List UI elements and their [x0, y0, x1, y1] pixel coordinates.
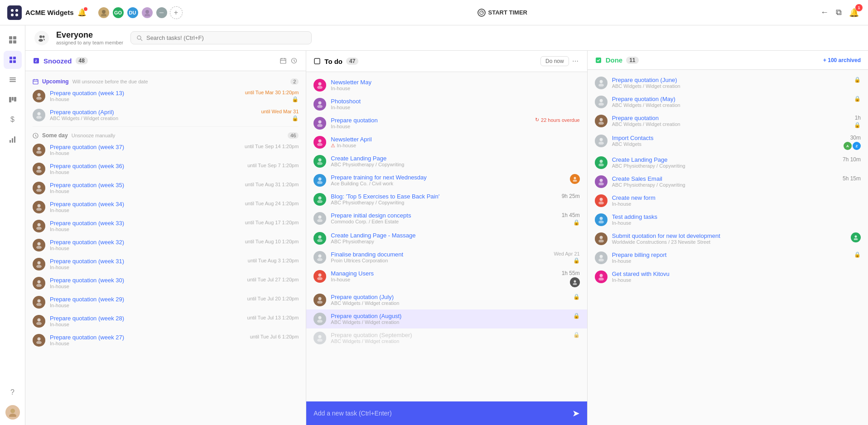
task-time: 5h 15m — [843, 175, 861, 182]
task-item[interactable]: Get stared with KitovuIn-house — [588, 267, 868, 286]
task-item[interactable]: Create Landing Page - MassageABC Physiot… — [306, 229, 587, 248]
search-box[interactable] — [130, 31, 312, 44]
task-item[interactable]: Prepare quotation (week 35)In-houseuntil… — [25, 179, 306, 198]
task-item[interactable]: Create Landing PageABC Physiotherapy / C… — [588, 153, 868, 172]
archived-button[interactable]: + 100 archived — [823, 57, 861, 63]
avatar-more[interactable]: ··· — [155, 6, 168, 19]
task-item[interactable]: Prepare quotation (week 31)In-houseuntil… — [25, 255, 306, 274]
task-content: Prepare quotation (week 31)In-house — [50, 258, 243, 270]
snoozed-clock-btn[interactable] — [289, 56, 299, 65]
avatar-3[interactable]: DU — [126, 6, 139, 19]
add-task-input[interactable] — [313, 410, 572, 417]
task-item[interactable]: Managing UsersIn-house1h 55m — [306, 267, 587, 290]
do-now-button[interactable]: Do now — [540, 56, 569, 66]
svg-point-96 — [317, 239, 323, 242]
task-item[interactable]: Prepare quotation (week 36)In-houseuntil… — [25, 159, 306, 179]
task-item[interactable]: Prepare initial design conceptsCommodo C… — [306, 209, 587, 229]
sidebar-item-board[interactable] — [4, 91, 22, 109]
task-content: Prepare quotation (week 29)In-house — [50, 296, 243, 308]
task-item[interactable]: Prepare training for next WednesdayAce B… — [306, 171, 587, 190]
task-item[interactable]: Prepare quotation (week 33)In-houseuntil… — [25, 217, 306, 236]
task-item[interactable]: Blog: 'Top 5 Exercises to Ease Back Pain… — [306, 190, 587, 209]
task-content: Managing UsersIn-house — [331, 270, 557, 282]
task-item[interactable]: PhotoshootIn-house — [306, 95, 587, 114]
task-item[interactable]: Prepare quotation (week 13) In-house unt… — [25, 87, 306, 106]
task-item[interactable]: Import ContactsABC Widgets30mAZ — [588, 131, 868, 153]
sidebar-item-billing[interactable]: $ — [4, 111, 22, 129]
task-content: Prepare quotation (April) ABC Widgets / … — [50, 109, 256, 121]
notification-bell[interactable]: 🔔 — [77, 8, 87, 17]
someday-subtitle: Unsnooze manually — [72, 133, 284, 138]
snoozed-calendar-btn[interactable] — [279, 56, 288, 65]
task-item[interactable]: Prepare quotation (July)ABC Widgets / Wi… — [306, 290, 587, 309]
sidebar-item-help[interactable]: ? — [4, 383, 22, 401]
task-item[interactable]: Prepare quotation (week 34)In-houseuntil… — [25, 198, 306, 217]
back-button[interactable]: ← — [819, 6, 830, 19]
add-member-button[interactable]: + — [170, 6, 183, 19]
task-item[interactable]: Create Landing PageABC Physiotherapy / C… — [306, 152, 587, 171]
task-content: Submit quotation for new lot development… — [612, 232, 846, 245]
task-sub: In-house — [50, 341, 246, 346]
svg-point-69 — [36, 284, 42, 287]
task-item[interactable]: Prepare quotationABC Widgets / Widget cr… — [588, 111, 868, 131]
task-name: Prepare quotation (week 35) — [50, 182, 241, 188]
inline-av: A — [844, 142, 852, 150]
search-input[interactable] — [146, 34, 306, 41]
task-item[interactable]: Prepare quotation (week 28)In-houseuntil… — [25, 312, 306, 331]
avatar-1[interactable] — [97, 6, 110, 19]
task-content: Prepare quotation (week 37)In-house — [50, 144, 240, 156]
task-item[interactable]: Prepare quotation (week 32)In-houseuntil… — [25, 236, 306, 255]
task-item[interactable]: Create new formIn-house — [588, 191, 868, 210]
task-sub: ABC Widgets / Widget creation — [612, 121, 849, 127]
task-item[interactable]: Newsletter MayIn-house — [306, 76, 587, 95]
task-sub: Worldwide Constructions / 23 Newsite Str… — [612, 239, 846, 245]
task-item[interactable]: Prepare quotation (week 30)In-houseuntil… — [25, 274, 306, 293]
task-item[interactable]: Prepare quotation (week 37)In-houseuntil… — [25, 140, 306, 159]
task-item[interactable]: Prepare quotation (September)ABC Widgets… — [306, 328, 587, 348]
svg-point-103 — [318, 297, 322, 300]
task-item[interactable]: Prepare quotation (May)ABC Widgets / Wid… — [588, 92, 868, 111]
task-item[interactable]: Submit quotation for new lot development… — [588, 229, 868, 248]
task-avatar — [313, 117, 326, 130]
task-item[interactable]: Test adding tasksIn-house — [588, 210, 868, 229]
svg-point-118 — [599, 160, 603, 163]
task-avatar — [595, 175, 608, 188]
todo-more-btn[interactable]: ⋯ — [571, 56, 580, 66]
task-item[interactable]: Prepare quotationIn-house↻ 22 hours over… — [306, 114, 587, 133]
task-item[interactable]: Prepare quotation (week 29)In-houseuntil… — [25, 293, 306, 312]
sidebar-item-grid[interactable] — [4, 31, 22, 49]
svg-point-133 — [598, 278, 604, 281]
svg-rect-26 — [14, 136, 15, 143]
avatar-2[interactable]: GO — [112, 6, 125, 19]
avatar-4[interactable] — [141, 6, 154, 19]
task-avatar — [313, 212, 326, 225]
view-title: Everyone — [56, 30, 123, 40]
svg-point-5 — [101, 14, 106, 16]
task-name: Prepare initial design concepts — [331, 212, 557, 219]
task-item[interactable]: Prepare quotation (April) ABC Widgets / … — [25, 106, 306, 125]
task-item[interactable]: Finalise branding documentProin Ultrices… — [306, 248, 587, 267]
todo-column: To do 47 Do now ⋯ Newsletter MayIn-house… — [306, 51, 587, 425]
start-timer-button[interactable]: START TIMER — [477, 9, 527, 17]
task-item[interactable]: Prepare quotation (June)ABC Widgets / Wi… — [588, 73, 868, 92]
sidebar-item-timer[interactable] — [4, 51, 22, 69]
task-item[interactable]: Newsletter April⚠ In-house — [306, 133, 587, 152]
user-avatar[interactable] — [5, 405, 20, 420]
task-sub: ABC Widgets / Widget creation — [331, 300, 568, 306]
send-task-button[interactable]: ➤ — [572, 408, 580, 419]
task-name: Prepare quotation (week 30) — [50, 277, 243, 284]
task-item[interactable]: Prepare quotation (week 27)In-houseuntil… — [25, 331, 306, 350]
svg-point-92 — [317, 200, 323, 203]
svg-point-0 — [11, 9, 14, 12]
task-item[interactable]: Prepare billing reportIn-house🔒 — [588, 248, 868, 267]
task-item[interactable]: Prepare quotation (August)ABC Widgets / … — [306, 309, 587, 328]
task-name: Create new form — [612, 194, 861, 201]
task-item[interactable]: Create Sales EmailABC Physiotherapy / Co… — [588, 172, 868, 191]
sidebar-item-reports[interactable] — [4, 130, 22, 149]
svg-point-111 — [598, 84, 604, 87]
bookmark-button[interactable]: ⧉ — [834, 6, 844, 19]
lock-icon: 🔒 — [854, 77, 861, 83]
sidebar-item-list[interactable] — [4, 71, 22, 89]
task-avatar — [33, 201, 45, 213]
task-avatar — [595, 156, 608, 169]
